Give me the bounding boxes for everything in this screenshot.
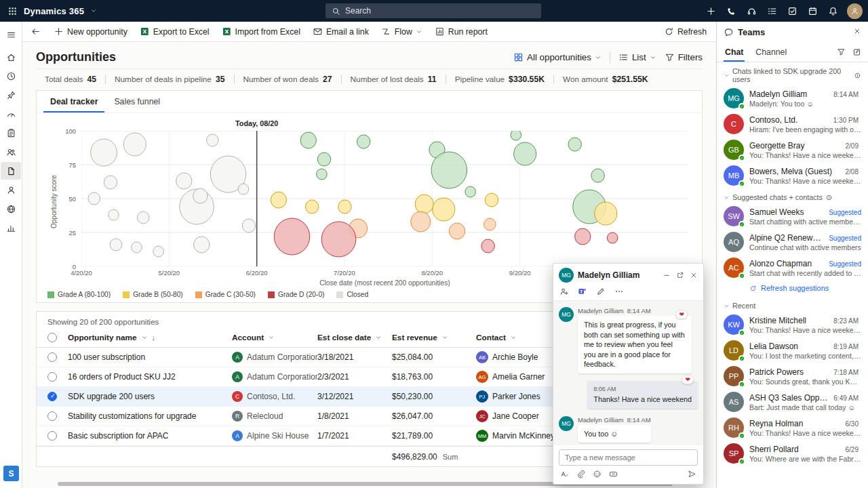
opportunity-name-cell[interactable]: 16 orders of Product SKU JJ2 — [68, 372, 232, 382]
sidebar-pin-icon[interactable] — [1, 86, 21, 104]
plus-icon[interactable] — [703, 3, 719, 19]
phone-icon[interactable] — [723, 3, 739, 19]
headset-icon[interactable] — [743, 3, 760, 19]
opportunity-name-cell[interactable]: Basic subscription for APAC — [68, 431, 232, 441]
bell-icon[interactable] — [825, 3, 841, 19]
chat-list-item[interactable]: LD Lelia Dawson8:19 AM You: I lost the m… — [717, 338, 868, 363]
app-title[interactable]: Dynamics 365 — [24, 6, 84, 16]
chart-bubble[interactable] — [484, 218, 496, 230]
section-linked-chats[interactable]: Chats linked to SDK upgrade 200 users — [717, 62, 868, 85]
account-cell[interactable]: R Relecloud — [232, 411, 317, 422]
chart-bubble[interactable] — [465, 186, 476, 197]
sidebar-document-icon[interactable] — [1, 162, 21, 180]
sidebar-clock-icon[interactable] — [1, 67, 21, 85]
opportunity-name-cell[interactable]: SDK upgrade 200 users — [68, 392, 232, 401]
message-input[interactable] — [559, 449, 698, 466]
chart-bubble[interactable] — [449, 223, 465, 239]
command-button[interactable]: Export to Excel — [134, 24, 215, 39]
filters-button[interactable]: Filters — [665, 52, 703, 62]
chat-list-item[interactable]: C Contoso, Ltd.1:30 PM Hiram: I've been … — [717, 111, 868, 137]
sidebar-chart-icon[interactable] — [1, 219, 21, 237]
global-search[interactable] — [326, 3, 541, 18]
contact-cell[interactable]: JC Jane Cooper — [476, 410, 564, 422]
chart-bubble[interactable] — [317, 169, 328, 180]
chevron-down-icon[interactable] — [141, 334, 148, 341]
chart-bubble[interactable] — [357, 135, 370, 148]
send-icon[interactable] — [688, 470, 696, 479]
chart-bubble[interactable] — [271, 192, 286, 208]
chat-list-item[interactable]: SP Sherri Pollard6/29 You: Where are we … — [717, 441, 868, 466]
sidebar-people-icon[interactable] — [1, 143, 21, 161]
chevron-down-icon[interactable] — [441, 334, 448, 341]
chart-bubble[interactable] — [137, 211, 149, 224]
gif-icon[interactable]: GIF — [609, 470, 618, 479]
chevron-down-icon[interactable] — [375, 334, 382, 341]
edit-icon[interactable] — [596, 287, 606, 296]
minimize-icon[interactable] — [663, 271, 671, 279]
chart-bubble[interactable] — [104, 176, 117, 189]
calendar-icon[interactable] — [804, 3, 821, 19]
sidebar-home-icon[interactable] — [1, 48, 21, 66]
filter-icon[interactable] — [837, 47, 846, 56]
chart-bubble[interactable] — [411, 211, 431, 232]
chevron-down-icon[interactable] — [510, 334, 517, 341]
chart-bubble[interactable] — [511, 131, 521, 140]
select-all-radio[interactable] — [47, 333, 57, 342]
add-person-icon[interactable] — [559, 287, 569, 296]
row-selector[interactable] — [47, 411, 57, 421]
user-avatar[interactable] — [847, 3, 863, 19]
row-selector[interactable] — [47, 372, 57, 382]
app-tile[interactable]: S — [3, 466, 19, 481]
chart-bubble[interactable] — [193, 188, 208, 203]
tab-chat[interactable]: Chat — [724, 43, 745, 62]
chat-list-item[interactable]: AQ Alpine Q2 Renewal OpportunitySuggeste… — [717, 229, 868, 255]
chart-bubble[interactable] — [176, 173, 192, 189]
chart-bubble[interactable] — [300, 132, 316, 148]
waffle-icon[interactable] — [7, 6, 18, 16]
tab-deal-tracker[interactable]: Deal tracker — [43, 91, 104, 113]
tab-channel[interactable]: Channel — [754, 43, 788, 62]
chart-bubble[interactable] — [485, 193, 498, 207]
chart-bubble[interactable] — [317, 152, 330, 166]
back-button[interactable] — [26, 24, 44, 40]
opportunity-name-cell[interactable]: 100 user subscription — [68, 352, 232, 362]
chart-bubble[interactable] — [110, 239, 122, 251]
opportunity-name-cell[interactable]: Stability customizations for upgrade — [68, 411, 232, 421]
reaction-badge[interactable]: ❤ — [675, 310, 688, 319]
contact-cell[interactable]: PJ Parker Jones — [476, 390, 564, 403]
refresh-button[interactable]: Refresh — [658, 24, 712, 39]
sidebar-clipboard-icon[interactable] — [1, 124, 21, 142]
chart-bubble[interactable] — [123, 133, 146, 156]
chart-bubble[interactable] — [433, 198, 455, 221]
tasks-icon[interactable] — [764, 3, 780, 19]
chart-bubble[interactable] — [153, 246, 164, 257]
chat-list-item[interactable]: AS ASH Q3 Sales Opportunity6:49 AM Bart:… — [717, 389, 868, 415]
layout-selector[interactable]: List — [618, 52, 656, 62]
chart-bubble[interactable] — [514, 142, 536, 165]
chat-list-item[interactable]: RH Reyna Holman6/30 You: Thanks! Have a … — [717, 415, 868, 441]
chart-bubble[interactable] — [321, 222, 356, 257]
sidebar-globe-icon[interactable] — [1, 200, 21, 218]
row-selector[interactable] — [47, 431, 57, 441]
chat-list-item[interactable]: AC Alonzo ChapmanSuggested Start chat wi… — [717, 255, 868, 281]
chart-bubble[interactable] — [238, 184, 249, 195]
account-cell[interactable]: A Alpine Ski House — [232, 430, 317, 441]
command-button[interactable]: Import from Excel — [216, 24, 306, 39]
search-input[interactable] — [345, 6, 535, 16]
chart-bubble[interactable] — [415, 195, 433, 214]
chart-bubble[interactable] — [595, 202, 617, 225]
row-selector[interactable] — [47, 392, 57, 401]
sidebar-person-icon[interactable] — [1, 181, 21, 199]
close-icon[interactable] — [690, 271, 698, 279]
chart-bubble[interactable] — [338, 200, 351, 214]
tab-sales-funnel[interactable]: Sales funnel — [107, 91, 167, 113]
chat-list-item[interactable]: SW Samuel WeeksSuggested Start chatting … — [717, 203, 868, 229]
chart-bubble[interactable] — [305, 200, 318, 214]
contact-cell[interactable]: AB Archie Boyle — [476, 351, 564, 363]
info-icon[interactable] — [825, 194, 833, 201]
chart-bubble[interactable] — [207, 134, 219, 146]
chat-list-item[interactable]: MG Madelyn Gilliam8:14 AM Madelyn: You t… — [717, 85, 868, 111]
close-panel-button[interactable] — [853, 27, 861, 37]
chat-list-item[interactable]: PP Patrick Powers7:18 AM You: Sounds gre… — [717, 363, 868, 389]
view-selector[interactable]: All opportunities — [513, 52, 601, 62]
